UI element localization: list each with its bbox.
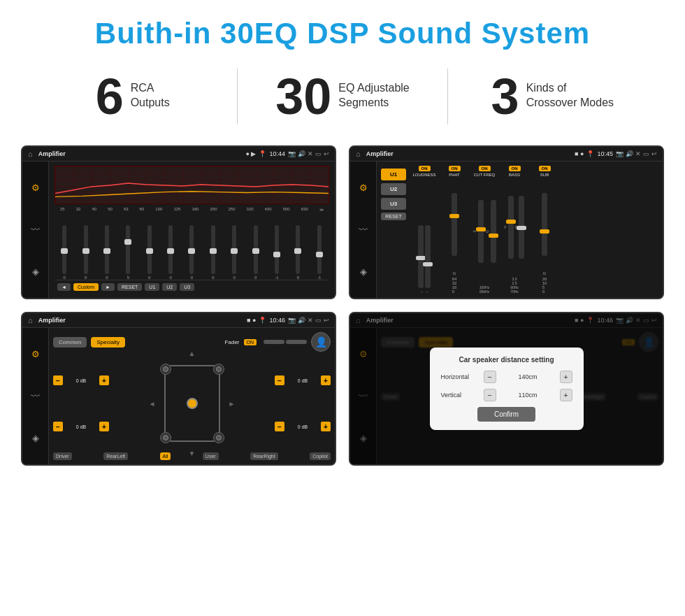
dialog-vertical-plus[interactable]: +	[560, 389, 572, 401]
eq-slider-8[interactable]: 0	[232, 225, 236, 280]
car-down-arrow[interactable]: ▼	[189, 450, 196, 457]
eq-slider-9[interactable]: 0	[254, 225, 258, 280]
fader-copilot-label: Copilot	[310, 452, 331, 460]
eq-prev-button[interactable]: ◄	[57, 283, 71, 291]
db1-plus-button[interactable]: +	[99, 375, 109, 385]
eq-sidebar: ⚙ 〰 ◈	[22, 162, 49, 298]
crossover-home-icon[interactable]: ⌂	[356, 150, 361, 158]
fader-time: 10:46	[269, 317, 285, 324]
fader-home-icon[interactable]: ⌂	[28, 316, 33, 324]
fader-h-slider-2[interactable]	[286, 340, 307, 344]
eq-sidebar-icon-3[interactable]: ◈	[32, 266, 39, 277]
eq-sidebar-icon-1[interactable]: ⚙	[31, 182, 40, 193]
fader-sidebar-icon-2[interactable]: 〰	[31, 391, 40, 401]
eq-slider-11[interactable]: 0	[296, 225, 300, 280]
fader-sidebar: ⚙ 〰 ◈	[22, 328, 49, 464]
db3-plus-button[interactable]: +	[321, 375, 331, 385]
fader-sidebar-icon-1[interactable]: ⚙	[31, 349, 40, 359]
eq-slider-12[interactable]: -1	[317, 225, 322, 280]
fader-common-tab[interactable]: Common	[53, 337, 87, 348]
loudness-label: LOUDNESS	[412, 173, 435, 177]
fader-all-button[interactable]: All	[160, 452, 171, 460]
db-row-1: − 0 dB +	[53, 375, 109, 385]
crossover-sidebar-icon-3[interactable]: ◈	[360, 266, 367, 277]
eq-slider-7[interactable]: 0	[211, 225, 215, 280]
crossover-main: U1 U2 U3 RESET ON LOUDNESS	[377, 162, 663, 298]
crossover-sidebar-icon-2[interactable]: 〰	[359, 224, 368, 235]
fader-h-slider-1[interactable]	[264, 340, 284, 344]
fader-profile-icon[interactable]: 👤	[311, 332, 331, 352]
db4-plus-button[interactable]: +	[321, 422, 331, 431]
dialog-horizontal-plus[interactable]: +	[560, 371, 572, 383]
crossover-u3-button[interactable]: U3	[381, 198, 406, 210]
db4-value: 0 dB	[287, 424, 319, 429]
cutfreq-on-badge: ON	[479, 166, 491, 171]
db2-plus-button[interactable]: +	[99, 422, 109, 431]
eq-screen: ⌂ Amplifier ● ▶ 📍 10:44 📷🔊✕▭↩ ⚙ 〰 ◈	[21, 145, 336, 299]
crossover-status-bar: ⌂ Amplifier ■ ● 📍 10:45 📷🔊✕▭↩	[350, 147, 663, 162]
eq-slider-3[interactable]: 5	[126, 225, 130, 280]
fader-specialty-tab[interactable]: Specialty	[91, 337, 124, 348]
eq-slider-1[interactable]: 0	[84, 225, 88, 280]
cutfreq-slider-left[interactable]	[478, 200, 484, 263]
eq-sidebar-icon-2[interactable]: 〰	[31, 224, 40, 235]
db3-minus-button[interactable]: −	[275, 375, 284, 385]
db-row-2: − 0 dB +	[53, 422, 109, 431]
eq-status-icons: 📷🔊✕▭↩	[288, 150, 329, 157]
fader-rearright-label: RearRight	[250, 452, 278, 460]
eq-u3-button[interactable]: U3	[180, 283, 194, 291]
sub-on-badge: ON	[539, 166, 551, 171]
dialog-vertical-minus[interactable]: −	[484, 389, 496, 401]
fader-title: Amplifier	[38, 317, 244, 324]
bass-slider-right[interactable]	[519, 196, 524, 259]
loudness-slider-left[interactable]	[418, 225, 424, 288]
db-row-3: − 0 dB +	[275, 375, 331, 385]
dialog-confirm-button[interactable]: Confirm	[477, 407, 535, 422]
home-icon[interactable]: ⌂	[28, 150, 33, 158]
eq-slider-2[interactable]: 0	[105, 225, 109, 280]
fader-car-diagram: ◄ ► ▲ ▼	[115, 357, 269, 450]
db2-minus-button[interactable]: −	[53, 422, 63, 431]
eq-reset-button[interactable]: RESET	[117, 283, 142, 291]
eq-custom-button[interactable]: Custom	[73, 283, 99, 291]
crossover-u2-button[interactable]: U2	[381, 183, 406, 195]
cutfreq-slider-right[interactable]	[491, 200, 496, 263]
fader-content: ⚙ 〰 ◈ Common Specialty Fader ON 👤	[22, 328, 335, 464]
db1-value: 0 dB	[65, 378, 97, 383]
eq-play-button[interactable]: ►	[101, 283, 115, 291]
eq-slider-5[interactable]: 0	[168, 225, 173, 280]
fader-status-bar: ⌂ Amplifier ■ ● 📍 10:46 📷🔊✕▭↩	[22, 313, 335, 328]
eq-slider-10[interactable]: -1	[275, 225, 279, 280]
eq-u2-button[interactable]: U2	[162, 283, 177, 291]
car-up-arrow[interactable]: ▲	[189, 350, 196, 357]
db2-value: 0 dB	[65, 424, 97, 429]
car-right-arrow[interactable]: ►	[229, 400, 236, 408]
db1-minus-button[interactable]: −	[53, 375, 63, 385]
db3-value: 0 dB	[287, 378, 319, 383]
sub-label: SUB	[540, 173, 549, 177]
eq-slider-4[interactable]: 0	[147, 225, 152, 280]
car-left-arrow[interactable]: ◄	[149, 400, 156, 408]
eq-sliders[interactable]: 0 0 0 5 0	[55, 215, 329, 280]
crossover-u1-button[interactable]: U1	[381, 169, 406, 180]
eq-slider-6[interactable]: 0	[189, 225, 194, 280]
bass-slider-left[interactable]	[508, 196, 514, 259]
eq-u1-button[interactable]: U1	[145, 283, 159, 291]
sub-slider[interactable]	[542, 193, 547, 256]
db4-minus-button[interactable]: −	[275, 422, 284, 431]
loudness-slider-right[interactable]	[425, 225, 431, 288]
eq-slider-0[interactable]: 0	[62, 225, 66, 280]
crossover-sidebar-icon-1[interactable]: ⚙	[359, 182, 368, 193]
fader-pin: 📍	[259, 317, 266, 324]
fader-body: − 0 dB + − 0 dB +	[53, 357, 331, 450]
stat-crossover: 3 Kinds ofCrossover Modes	[462, 71, 643, 122]
dialog-horizontal-minus[interactable]: −	[484, 371, 496, 383]
eq-main-panel: 2532405063 80100125160200 25032040050063…	[49, 162, 335, 298]
eq-dots: ● ▶	[246, 150, 257, 157]
crossover-reset-button[interactable]: RESET	[381, 213, 406, 220]
crossover-pin: 📍	[586, 150, 594, 157]
fader-sidebar-icon-3[interactable]: ◈	[32, 433, 39, 443]
speaker-br	[213, 432, 224, 443]
crossover-col-sub: ON SUB G 201050	[531, 166, 558, 294]
phat-slider[interactable]	[452, 193, 457, 256]
